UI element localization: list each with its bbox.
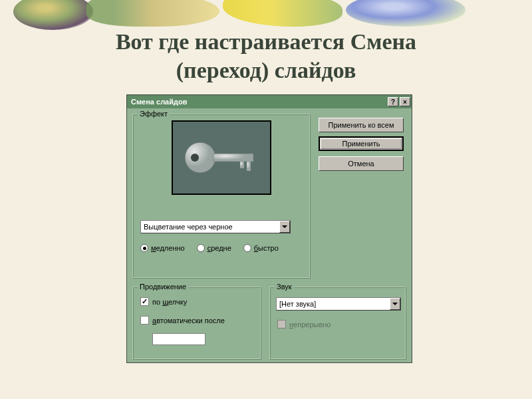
- dropdown-arrow-icon[interactable]: [390, 298, 400, 310]
- checkbox-label: по щелчку: [152, 298, 187, 306]
- svg-point-0: [185, 142, 215, 173]
- transition-preview[interactable]: [172, 120, 271, 195]
- effect-dropdown-value: Выцветание через черное: [144, 223, 233, 231]
- speed-medium-radio[interactable]: средне: [197, 244, 231, 252]
- advance-group-label: Продвижение: [138, 283, 188, 291]
- checkbox-icon: [277, 320, 286, 329]
- slide-transition-dialog: Смена слайдов ? × Эффект: [126, 94, 412, 363]
- auto-after-checkbox[interactable]: автоматически после: [140, 316, 225, 325]
- page-title: Вот где настраивается Смена (переход) сл…: [0, 28, 532, 84]
- effect-dropdown[interactable]: Выцветание через черное: [140, 220, 291, 233]
- auto-delay-input[interactable]: [152, 333, 205, 345]
- speed-radio-group: медленно средне быстро: [140, 244, 304, 252]
- radio-label: ыстро: [258, 244, 279, 252]
- checkbox-icon: [140, 316, 149, 325]
- cancel-button[interactable]: Отмена: [319, 156, 404, 171]
- dialog-titlebar[interactable]: Смена слайдов ? ×: [127, 95, 412, 108]
- effect-group-label: Эффект: [138, 110, 170, 118]
- apply-all-button[interactable]: Применить ко всем: [319, 118, 404, 132]
- sound-dropdown[interactable]: [Нет звука]: [276, 297, 401, 311]
- effect-group: Эффект: [132, 114, 311, 279]
- radio-label: едленно: [156, 244, 185, 252]
- sound-group-label: Звук: [275, 283, 294, 291]
- svg-rect-3: [240, 162, 244, 168]
- speed-fast-radio[interactable]: быстро: [243, 244, 279, 252]
- key-icon: [182, 134, 261, 181]
- radio-label: редне: [211, 244, 231, 252]
- svg-point-1: [191, 154, 199, 162]
- speed-slow-radio[interactable]: медленно: [140, 244, 185, 252]
- dropdown-arrow-icon[interactable]: [279, 221, 290, 233]
- svg-rect-2: [213, 154, 253, 162]
- on-click-checkbox[interactable]: по щелчку: [140, 297, 187, 306]
- loop-checkbox: непрерывно: [277, 320, 331, 329]
- checkbox-icon: [140, 297, 149, 306]
- sound-dropdown-value: [Нет звука]: [279, 300, 316, 308]
- sound-group: Звук [Нет звука] непрерывно: [269, 287, 406, 360]
- checkbox-label: автоматически после: [152, 317, 225, 325]
- advance-group: Продвижение по щелчку автоматически посл…: [132, 287, 261, 360]
- dialog-title: Смена слайдов: [131, 98, 187, 106]
- apply-button[interactable]: Применить: [319, 136, 404, 151]
- help-button[interactable]: ?: [388, 97, 398, 106]
- checkbox-label: непрерывно: [289, 321, 331, 329]
- svg-rect-4: [247, 162, 251, 171]
- close-button[interactable]: ×: [400, 97, 410, 106]
